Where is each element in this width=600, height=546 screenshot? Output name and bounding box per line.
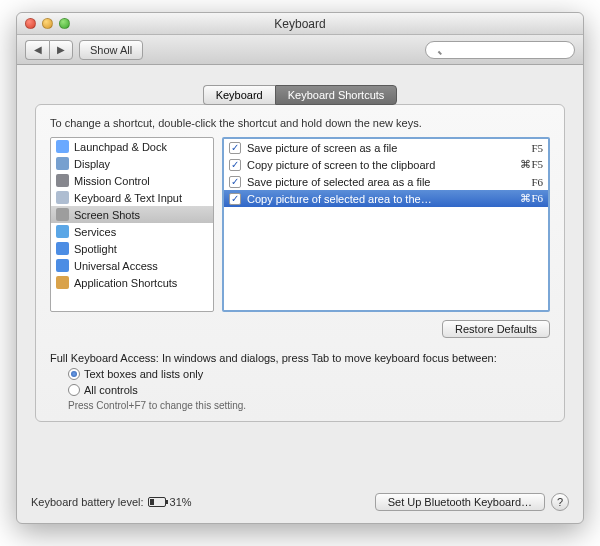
titlebar[interactable]: Keyboard xyxy=(17,13,583,35)
category-item[interactable]: Services xyxy=(51,223,213,240)
category-item[interactable]: Display xyxy=(51,155,213,172)
category-item[interactable]: Universal Access xyxy=(51,257,213,274)
category-item[interactable]: Launchpad & Dock xyxy=(51,138,213,155)
tabs: Keyboard Keyboard Shortcuts xyxy=(35,85,565,105)
battery-percent: 31% xyxy=(170,496,192,508)
checkbox[interactable]: ✓ xyxy=(229,176,241,188)
keyboard-access-hint: Press Control+F7 to change this setting. xyxy=(68,400,550,411)
category-label: Application Shortcuts xyxy=(74,277,177,289)
shortcut-row[interactable]: ✓Copy picture of screen to the clipboard… xyxy=(224,156,548,173)
category-item[interactable]: Mission Control xyxy=(51,172,213,189)
search-icon xyxy=(425,40,575,59)
category-label: Mission Control xyxy=(74,175,150,187)
battery-label: Keyboard battery level: xyxy=(31,496,144,508)
shortcut-key[interactable]: ⌘F5 xyxy=(520,158,543,171)
pane-hint: To change a shortcut, double-click the s… xyxy=(50,117,550,129)
minimize-icon[interactable] xyxy=(42,18,53,29)
shortcuts-pane: To change a shortcut, double-click the s… xyxy=(35,104,565,422)
category-label: Services xyxy=(74,226,116,238)
footer: Keyboard battery level: 31% Set Up Bluet… xyxy=(31,493,569,511)
radio-all-controls[interactable] xyxy=(68,384,80,396)
category-icon xyxy=(56,140,69,153)
category-icon xyxy=(56,242,69,255)
category-list[interactable]: Launchpad & DockDisplayMission ControlKe… xyxy=(50,137,214,312)
radio-text-boxes-label: Text boxes and lists only xyxy=(84,368,203,380)
window-title: Keyboard xyxy=(274,17,325,31)
category-label: Screen Shots xyxy=(74,209,140,221)
radio-all-controls-label: All controls xyxy=(84,384,138,396)
shortcut-key[interactable]: ⌘F6 xyxy=(520,192,543,205)
preferences-window: Keyboard ◀ ▶ Show All Keyboard Keyboard … xyxy=(16,12,584,524)
category-label: Spotlight xyxy=(74,243,117,255)
category-label: Display xyxy=(74,158,110,170)
category-icon xyxy=(56,225,69,238)
back-button[interactable]: ◀ xyxy=(25,40,49,60)
close-icon[interactable] xyxy=(25,18,36,29)
shortcut-key[interactable]: F5 xyxy=(531,142,543,154)
bluetooth-keyboard-button[interactable]: Set Up Bluetooth Keyboard… xyxy=(375,493,545,511)
shortcut-label: Copy picture of screen to the clipboard xyxy=(247,159,514,171)
help-button[interactable]: ? xyxy=(551,493,569,511)
category-icon xyxy=(56,259,69,272)
category-item[interactable]: Spotlight xyxy=(51,240,213,257)
checkbox[interactable]: ✓ xyxy=(229,142,241,154)
shortcut-row[interactable]: ✓Copy picture of selected area to the…⌘F… xyxy=(224,190,548,207)
shortcut-label: Save picture of selected area as a file xyxy=(247,176,525,188)
shortcut-label: Copy picture of selected area to the… xyxy=(247,193,514,205)
radio-text-boxes[interactable] xyxy=(68,368,80,380)
category-icon xyxy=(56,208,69,221)
shortcut-row[interactable]: ✓Save picture of selected area as a file… xyxy=(224,173,548,190)
category-icon xyxy=(56,191,69,204)
full-keyboard-access-label: Full Keyboard Access: In windows and dia… xyxy=(50,352,550,364)
zoom-icon[interactable] xyxy=(59,18,70,29)
category-label: Universal Access xyxy=(74,260,158,272)
tab-shortcuts[interactable]: Keyboard Shortcuts xyxy=(275,85,398,105)
checkbox[interactable]: ✓ xyxy=(229,159,241,171)
battery-icon xyxy=(148,497,166,507)
shortcut-key[interactable]: F6 xyxy=(531,176,543,188)
category-item[interactable]: Keyboard & Text Input xyxy=(51,189,213,206)
shortcut-list[interactable]: ✓Save picture of screen as a fileF5✓Copy… xyxy=(222,137,550,312)
shortcut-row[interactable]: ✓Save picture of screen as a fileF5 xyxy=(224,139,548,156)
category-label: Launchpad & Dock xyxy=(74,141,167,153)
forward-button[interactable]: ▶ xyxy=(49,40,73,60)
show-all-button[interactable]: Show All xyxy=(79,40,143,60)
checkbox[interactable]: ✓ xyxy=(229,193,241,205)
toolbar: ◀ ▶ Show All xyxy=(17,35,583,65)
category-icon xyxy=(56,276,69,289)
search-input[interactable] xyxy=(425,41,575,59)
shortcut-label: Save picture of screen as a file xyxy=(247,142,525,154)
category-icon xyxy=(56,157,69,170)
restore-defaults-button[interactable]: Restore Defaults xyxy=(442,320,550,338)
category-icon xyxy=(56,174,69,187)
category-item[interactable]: Application Shortcuts xyxy=(51,274,213,291)
category-label: Keyboard & Text Input xyxy=(74,192,182,204)
tab-keyboard[interactable]: Keyboard xyxy=(203,85,275,105)
category-item[interactable]: Screen Shots xyxy=(51,206,213,223)
